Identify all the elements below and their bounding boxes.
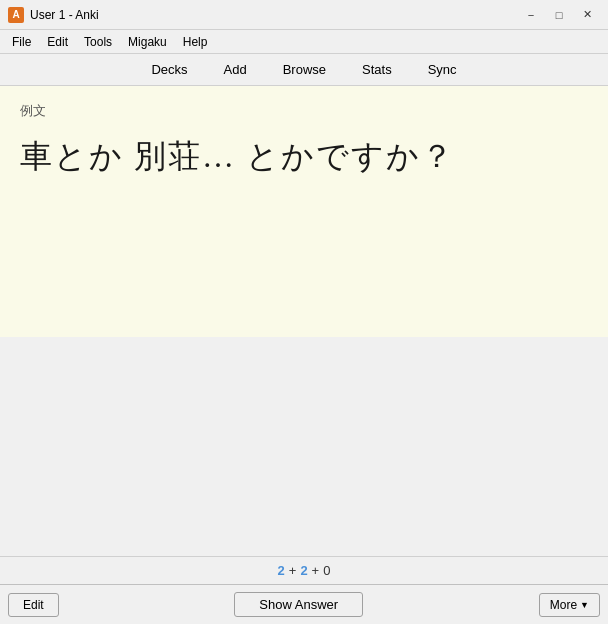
spacer [0,337,608,556]
sync-button[interactable]: Sync [412,58,473,81]
menu-help[interactable]: Help [175,33,216,51]
stat-learn-count: 2 [300,563,307,578]
edit-button[interactable]: Edit [8,593,59,617]
bottom-bar: Edit Show Answer More ▼ [0,584,608,624]
main-container: 例文 車とか 別荘… とかですか？ 2 + 2 + 0 Edit Show An… [0,86,608,624]
card-label: 例文 [20,102,588,120]
close-button[interactable]: ✕ [574,5,600,25]
menu-bar: File Edit Tools Migaku Help [0,30,608,54]
title-bar: A User 1 - Anki − □ ✕ [0,0,608,30]
stats-bar: 2 + 2 + 0 [0,556,608,584]
menu-tools[interactable]: Tools [76,33,120,51]
menu-edit[interactable]: Edit [39,33,76,51]
menu-file[interactable]: File [4,33,39,51]
nav-toolbar: Decks Add Browse Stats Sync [0,54,608,86]
window-controls: − □ ✕ [518,5,600,25]
window-title: User 1 - Anki [30,8,518,22]
card-area: 例文 車とか 別荘… とかですか？ [0,86,608,337]
minimize-button[interactable]: − [518,5,544,25]
more-arrow-icon: ▼ [580,600,589,610]
add-button[interactable]: Add [208,58,263,81]
decks-button[interactable]: Decks [135,58,203,81]
stat-sep2: + [312,563,320,578]
stat-new-count: 2 [278,563,285,578]
stats-button[interactable]: Stats [346,58,408,81]
menu-migaku[interactable]: Migaku [120,33,175,51]
stat-sep1: + [289,563,297,578]
app-icon: A [8,7,24,23]
more-button[interactable]: More ▼ [539,593,600,617]
show-answer-button[interactable]: Show Answer [234,592,363,617]
card-content: 車とか 別荘… とかですか？ [20,132,588,180]
stat-due-count: 0 [323,563,330,578]
restore-button[interactable]: □ [546,5,572,25]
browse-button[interactable]: Browse [267,58,342,81]
more-label: More [550,598,577,612]
